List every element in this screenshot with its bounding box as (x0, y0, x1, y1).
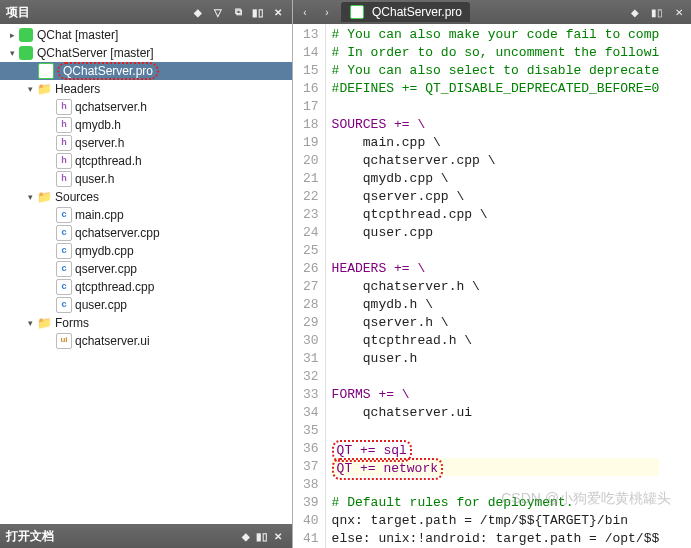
chevron-right-icon[interactable]: ▸ (6, 29, 18, 41)
dropdown-icon[interactable]: ◆ (190, 4, 206, 20)
pro-file-icon (38, 63, 54, 79)
chevron-down-icon[interactable]: ▾ (24, 191, 36, 203)
project-panel-header: 项目 ◆ ▽ ⧉ ▮▯ ✕ (0, 0, 292, 24)
code-line[interactable]: qserver.cpp \ (332, 188, 660, 206)
dropdown-icon[interactable]: ◆ (238, 528, 254, 544)
split-icon[interactable]: ▮▯ (254, 528, 270, 544)
nav-fwd-icon[interactable]: › (319, 4, 335, 20)
close-panel-icon[interactable]: ✕ (270, 4, 286, 20)
code-line[interactable]: else: unix:!android: target.path = /opt/… (332, 530, 660, 548)
code-line[interactable]: qserver.h \ (332, 314, 660, 332)
code-line[interactable]: qmydb.cpp \ (332, 170, 660, 188)
pro-file-icon (349, 4, 365, 20)
project-tree[interactable]: ▸ QChat [master] ▾ QChatServer [master] … (0, 24, 292, 524)
code-line[interactable]: quser.cpp (332, 224, 660, 242)
code-line[interactable]: QT += sql (332, 440, 660, 458)
code-line[interactable]: HEADERS += \ (332, 260, 660, 278)
tree-item-header[interactable]: qserver.h (0, 134, 292, 152)
code-line[interactable] (332, 242, 660, 260)
tab-label: QChatServer.pro (372, 5, 462, 19)
cpp-file-icon (56, 207, 72, 223)
code-line[interactable]: # In order to do so, uncomment the follo… (332, 44, 660, 62)
cpp-file-icon (56, 225, 72, 241)
code-line[interactable] (332, 422, 660, 440)
code-line[interactable]: # You can also make your code fail to co… (332, 26, 660, 44)
link-icon[interactable]: ⧉ (230, 4, 246, 20)
cpp-file-icon (56, 261, 72, 277)
filter-icon[interactable]: ▽ (210, 4, 226, 20)
ui-file-icon (56, 333, 72, 349)
tree-item-header[interactable]: qmydb.h (0, 116, 292, 134)
code-line[interactable]: qmydb.h \ (332, 296, 660, 314)
header-file-icon (56, 171, 72, 187)
editor-tab[interactable]: QChatServer.pro (341, 2, 470, 22)
code-line[interactable]: #DEFINES += QT_DISABLE_DEPRECATED_BEFORE… (332, 80, 660, 98)
code-line[interactable]: quser.h (332, 350, 660, 368)
close-icon[interactable]: ✕ (270, 528, 286, 544)
qt-project-icon (18, 45, 34, 61)
tree-item-header[interactable]: qtcpthread.h (0, 152, 292, 170)
tree-item-qchat[interactable]: ▸ QChat [master] (0, 26, 292, 44)
code-line[interactable]: # You can also select to disable depreca… (332, 62, 660, 80)
editor-tabbar: ‹ › QChatServer.pro ◆ ▮▯ ✕ (293, 0, 691, 24)
tree-item-header[interactable]: qchatserver.h (0, 98, 292, 116)
chevron-down-icon[interactable]: ▾ (6, 47, 18, 59)
tree-item-sources-folder[interactable]: ▾ Sources (0, 188, 292, 206)
tree-item-source[interactable]: qserver.cpp (0, 260, 292, 278)
code-editor[interactable]: 1314151617181920212223242526272829303132… (293, 24, 691, 548)
tree-item-source[interactable]: qmydb.cpp (0, 242, 292, 260)
tree-item-headers-folder[interactable]: ▾ Headers (0, 80, 292, 98)
header-file-icon (56, 117, 72, 133)
tree-item-pro-file[interactable]: QChatServer.pro (0, 62, 292, 80)
tree-item-forms-folder[interactable]: ▾ Forms (0, 314, 292, 332)
line-gutter: 1314151617181920212223242526272829303132… (293, 24, 326, 548)
folder-icon (36, 315, 52, 331)
header-file-icon (56, 99, 72, 115)
split-editor-icon[interactable]: ▮▯ (649, 4, 665, 20)
qt-project-icon (18, 27, 34, 43)
selected-file-label: QChatServer.pro (57, 62, 159, 80)
folder-icon (36, 189, 52, 205)
code-line[interactable]: qchatserver.h \ (332, 278, 660, 296)
code-line[interactable]: # Default rules for deployment. (332, 494, 660, 512)
folder-icon (36, 81, 52, 97)
header-file-icon (56, 135, 72, 151)
tree-item-source[interactable]: qchatserver.cpp (0, 224, 292, 242)
open-docs-header: 打开文档 ◆ ▮▯ ✕ (0, 524, 292, 548)
dropdown-icon[interactable]: ◆ (627, 4, 643, 20)
tree-item-source[interactable]: quser.cpp (0, 296, 292, 314)
project-panel-title: 项目 (6, 4, 30, 21)
code-line[interactable]: QT += network (332, 458, 660, 476)
split-icon[interactable]: ▮▯ (250, 4, 266, 20)
code-line[interactable]: qchatserver.cpp \ (332, 152, 660, 170)
code-line[interactable]: qnx: target.path = /tmp/$${TARGET}/bin (332, 512, 660, 530)
code-line[interactable]: FORMS += \ (332, 386, 660, 404)
code-line[interactable]: SOURCES += \ (332, 116, 660, 134)
chevron-down-icon[interactable]: ▾ (24, 83, 36, 95)
code-line[interactable]: qtcpthread.cpp \ (332, 206, 660, 224)
code-line[interactable] (332, 98, 660, 116)
tree-item-source[interactable]: qtcpthread.cpp (0, 278, 292, 296)
chevron-down-icon[interactable]: ▾ (24, 317, 36, 329)
code-line[interactable]: qtcpthread.h \ (332, 332, 660, 350)
nav-back-icon[interactable]: ‹ (297, 4, 313, 20)
cpp-file-icon (56, 297, 72, 313)
close-editor-icon[interactable]: ✕ (671, 4, 687, 20)
tree-item-qchatserver[interactable]: ▾ QChatServer [master] (0, 44, 292, 62)
tree-item-header[interactable]: quser.h (0, 170, 292, 188)
code-area[interactable]: # You can also make your code fail to co… (326, 24, 660, 548)
cpp-file-icon (56, 279, 72, 295)
header-file-icon (56, 153, 72, 169)
open-docs-title: 打开文档 (6, 528, 54, 545)
tree-item-source[interactable]: main.cpp (0, 206, 292, 224)
cpp-file-icon (56, 243, 72, 259)
code-line[interactable]: qchatserver.ui (332, 404, 660, 422)
code-line[interactable]: main.cpp \ (332, 134, 660, 152)
tree-item-form[interactable]: qchatserver.ui (0, 332, 292, 350)
code-line[interactable] (332, 368, 660, 386)
